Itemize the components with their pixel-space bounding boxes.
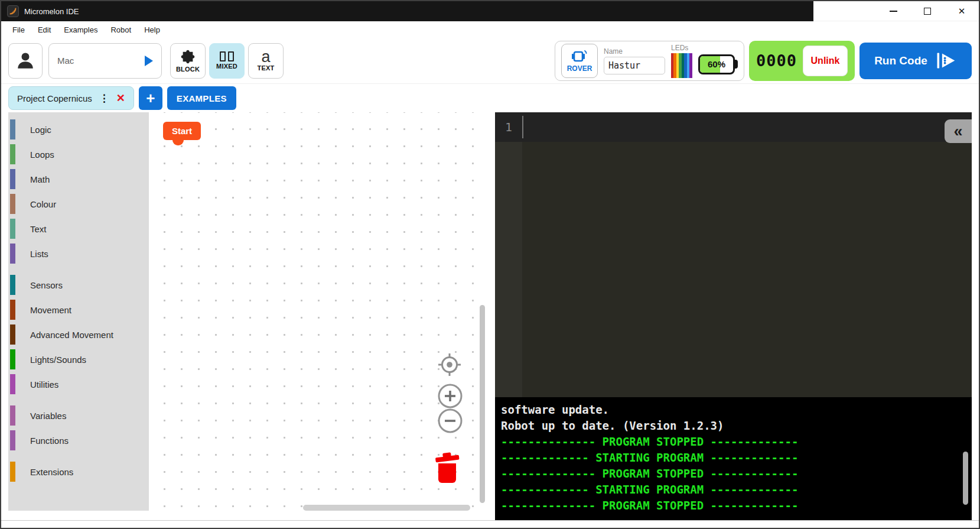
trash-icon[interactable] bbox=[430, 449, 464, 486]
unlink-button[interactable]: Unlink bbox=[803, 46, 848, 76]
category-label: Variables bbox=[30, 411, 66, 421]
mode-mixed-button[interactable]: MIXED bbox=[209, 43, 245, 79]
run-flag-icon bbox=[936, 51, 957, 70]
category-label: Text bbox=[30, 224, 47, 234]
canvas-vertical-scrollbar[interactable] bbox=[480, 305, 485, 503]
category-color-bar bbox=[10, 430, 15, 450]
zoom-out-button[interactable] bbox=[437, 408, 463, 434]
mode-block-button[interactable]: BLOCK bbox=[170, 43, 206, 79]
category-label: Utilities bbox=[30, 379, 58, 390]
sidebar-item-sensors[interactable]: Sensors bbox=[8, 272, 149, 297]
robot-name-input[interactable] bbox=[604, 57, 665, 74]
console-line: -------------- PROGRAM STOPPED ---------… bbox=[501, 498, 972, 514]
mode-text-button[interactable]: a TEXT bbox=[248, 43, 284, 79]
sidebar-item-math[interactable]: Math bbox=[8, 167, 149, 192]
text-mode-icon: a bbox=[261, 50, 270, 63]
rover-panel: ROVER Name LEDs bbox=[555, 41, 744, 81]
leds-label: LEDs bbox=[671, 44, 692, 52]
main-content: Logic Loops Math Colour Text Lists Senso… bbox=[1, 112, 979, 520]
menu-help[interactable]: Help bbox=[138, 25, 167, 34]
sidebar-item-logic[interactable]: Logic bbox=[8, 117, 149, 142]
app-window: Micromelon IDE ✕ File Edit Examples Robo… bbox=[0, 0, 980, 529]
code-panel: 1 « software update. Robot up to date. (… bbox=[495, 112, 972, 520]
sidebar-item-lists[interactable]: Lists bbox=[8, 241, 149, 266]
collapse-panel-button[interactable]: « bbox=[945, 119, 972, 143]
category-label: Advanced Movement bbox=[30, 330, 113, 340]
sidebar-item-movement[interactable]: Movement bbox=[8, 297, 149, 322]
led-stripe bbox=[689, 53, 692, 78]
rover-button-label: ROVER bbox=[567, 64, 592, 73]
category-color-bar bbox=[10, 374, 15, 394]
category-label: Functions bbox=[30, 436, 69, 446]
menu-robot[interactable]: Robot bbox=[104, 25, 138, 34]
tab-project-copernicus[interactable]: Project Copernicus ⋮ ✕ bbox=[8, 86, 134, 110]
maximize-button[interactable] bbox=[910, 1, 945, 21]
robot-name-label: Name bbox=[604, 47, 665, 56]
toolbar-right-group: ROVER Name LEDs bbox=[555, 41, 972, 81]
text-cursor bbox=[522, 116, 523, 138]
dropdown-arrow-icon bbox=[145, 56, 153, 66]
menu-file[interactable]: File bbox=[6, 25, 31, 34]
toolbar: Mac BLOCK MIXED a TEXT bbox=[1, 38, 979, 84]
sidebar-item-extensions[interactable]: Extensions bbox=[8, 459, 149, 484]
start-block[interactable]: Start bbox=[163, 122, 201, 140]
minimize-button[interactable] bbox=[876, 1, 910, 21]
line-number: 1 bbox=[495, 120, 522, 134]
category-label: Math bbox=[30, 174, 50, 184]
led-color-strip[interactable] bbox=[671, 53, 692, 78]
tab-bar: Project Copernicus ⋮ ✕ + EXAMPLES bbox=[1, 84, 979, 112]
menu-bar: File Edit Examples Robot Help bbox=[1, 21, 979, 38]
robot-name-field: Name bbox=[604, 47, 665, 74]
menu-examples[interactable]: Examples bbox=[57, 25, 104, 34]
window-footer bbox=[1, 520, 979, 528]
code-editor[interactable]: 1 « bbox=[495, 112, 972, 397]
tab-close-icon[interactable]: ✕ bbox=[116, 93, 125, 103]
examples-button[interactable]: EXAMPLES bbox=[167, 86, 236, 110]
tab-title: Project Copernicus bbox=[17, 93, 92, 103]
robot-console: software update. Robot up to date. (Vers… bbox=[495, 397, 972, 520]
category-label: Colour bbox=[30, 199, 56, 209]
category-color-bar bbox=[10, 219, 15, 239]
sidebar-item-lights-sounds[interactable]: Lights/Sounds bbox=[8, 347, 149, 372]
run-code-button[interactable]: Run Code bbox=[859, 43, 972, 79]
category-label: Logic bbox=[30, 125, 51, 135]
console-line: ------------- STARTING PROGRAM ---------… bbox=[501, 482, 972, 498]
rover-icon bbox=[571, 49, 588, 64]
title-bar: Micromelon IDE ✕ bbox=[1, 1, 979, 21]
battery-nub bbox=[735, 60, 738, 69]
console-line: Robot up to date. (Version 1.2.3) bbox=[501, 418, 972, 434]
sidebar-item-colour[interactable]: Colour bbox=[8, 192, 149, 216]
block-workspace-canvas[interactable]: Start bbox=[149, 112, 487, 517]
category-label: Loops bbox=[30, 150, 54, 160]
minimize-icon bbox=[890, 11, 897, 12]
run-code-label: Run Code bbox=[874, 54, 927, 67]
battery-percent: 60% bbox=[700, 56, 733, 73]
close-icon: ✕ bbox=[958, 7, 966, 15]
sidebar-item-functions[interactable]: Functions bbox=[8, 428, 149, 453]
category-color-bar bbox=[10, 300, 15, 320]
category-color-bar bbox=[10, 405, 15, 426]
sidebar-item-utilities[interactable]: Utilities bbox=[8, 372, 149, 397]
sidebar-item-variables[interactable]: Variables bbox=[8, 403, 149, 428]
add-tab-button[interactable]: + bbox=[139, 86, 162, 110]
tab-menu-icon[interactable]: ⋮ bbox=[99, 93, 109, 103]
sidebar-item-advanced-movement[interactable]: Advanced Movement bbox=[8, 322, 149, 347]
rover-button[interactable]: ROVER bbox=[561, 44, 598, 78]
category-color-bar bbox=[10, 144, 15, 164]
window-controls: ✕ bbox=[813, 1, 979, 21]
device-selector[interactable]: Mac bbox=[48, 43, 162, 79]
title-bar-left: Micromelon IDE bbox=[1, 1, 813, 21]
close-button[interactable]: ✕ bbox=[945, 1, 979, 21]
zoom-reset-button[interactable] bbox=[437, 352, 462, 377]
console-scrollbar[interactable] bbox=[963, 452, 968, 505]
canvas-horizontal-scrollbar[interactable] bbox=[303, 505, 470, 511]
editor-active-line: 1 bbox=[495, 112, 972, 142]
menu-edit[interactable]: Edit bbox=[31, 25, 57, 34]
person-icon bbox=[15, 50, 35, 72]
editor-gutter bbox=[495, 142, 522, 397]
zoom-in-button[interactable] bbox=[437, 383, 463, 409]
sidebar-item-text[interactable]: Text bbox=[8, 216, 149, 241]
account-button[interactable] bbox=[8, 43, 43, 79]
sidebar-item-loops[interactable]: Loops bbox=[8, 142, 149, 167]
leds-field: LEDs bbox=[671, 44, 692, 78]
